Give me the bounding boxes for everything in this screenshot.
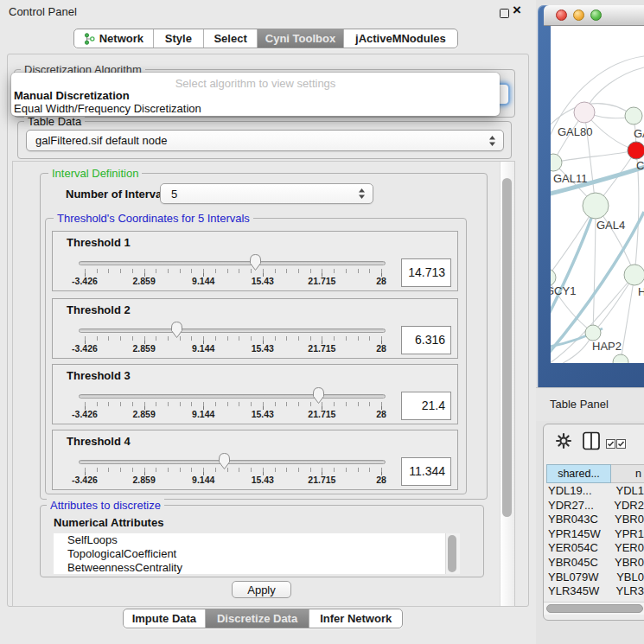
popup-item-equal-width-frequency[interactable]: Equal Width/Frequency Discretization bbox=[14, 102, 201, 115]
apply-button[interactable]: Apply bbox=[232, 581, 291, 598]
threshold-2-slider-thumb[interactable] bbox=[169, 321, 184, 339]
table-row[interactable]: YLR345WYLR3 bbox=[545, 584, 644, 597]
node-red[interactable] bbox=[628, 142, 644, 159]
apply-button-label: Apply bbox=[247, 583, 276, 596]
attribute-list-item[interactable]: BetweennessCentrality bbox=[54, 561, 445, 574]
tab-label: Network bbox=[99, 32, 143, 45]
threshold-2-panel: Threshold 2 -3.4262.8599.14415.4321.7152… bbox=[52, 298, 458, 359]
label-h: H bbox=[638, 285, 644, 298]
screen: Control Panel × Network Style Select bbox=[0, 0, 644, 644]
table-data-group-label: Table Data bbox=[24, 115, 85, 128]
threshold-1-panel: Threshold 1 -3.4262.8599.14415.4321.7152… bbox=[52, 231, 458, 291]
node-bottom[interactable] bbox=[613, 354, 628, 363]
threshold-3-panel: Threshold 3 -3.4262.8599.14415.4321.7152… bbox=[52, 364, 458, 424]
threshold-2-value-field[interactable]: 6.316 bbox=[401, 326, 451, 354]
tab-jactivemnodules[interactable]: jActiveMNodules bbox=[344, 29, 457, 48]
mac-close-button[interactable] bbox=[556, 10, 567, 21]
algorithm-hint-text: Select algorithm to view settings bbox=[11, 77, 500, 90]
float-window-icon[interactable] bbox=[500, 9, 509, 18]
network-graph: GAL80 GA C GAL11 GAL4 GCY1 H HAP2 bbox=[551, 26, 644, 363]
cell-name: YPR1 bbox=[610, 527, 644, 542]
table-header-name[interactable]: n bbox=[611, 464, 644, 483]
tab-infer-network[interactable]: Infer Network bbox=[309, 609, 402, 628]
number-of-intervals-combobox[interactable]: 5 bbox=[160, 183, 373, 204]
attributes-group-label: Attributes to discretize bbox=[47, 499, 164, 512]
node-gcy1[interactable] bbox=[551, 269, 556, 286]
tick-label: 9.144 bbox=[192, 409, 214, 419]
tab-label: Discretize Data bbox=[217, 612, 297, 625]
node-gal80[interactable] bbox=[574, 102, 595, 123]
table-row[interactable]: YPR145WYPR1 bbox=[545, 527, 644, 542]
label-gcy1: GCY1 bbox=[551, 284, 576, 297]
mac-minimize-button[interactable] bbox=[573, 10, 584, 21]
threshold-1-label: Threshold 1 bbox=[67, 236, 131, 249]
numerical-attributes-list[interactable]: SelfLoopsTopologicalCoefficientBetweenne… bbox=[54, 533, 445, 574]
tab-discretize-data[interactable]: Discretize Data bbox=[206, 609, 310, 628]
tab-network[interactable]: Network bbox=[74, 29, 154, 48]
threshold-4-panel: Threshold 4 -3.4262.8599.14415.4321.7152… bbox=[52, 430, 458, 490]
mac-zoom-button[interactable] bbox=[590, 10, 602, 21]
slider-minor-ticks bbox=[85, 336, 383, 341]
threshold-4-slider-track[interactable] bbox=[79, 460, 386, 464]
table-settings-gear-icon[interactable] bbox=[556, 433, 571, 452]
select-all-checkbox-icon[interactable] bbox=[606, 437, 615, 452]
slider-minor-ticks bbox=[85, 468, 383, 472]
threshold-2-slider-track[interactable] bbox=[79, 328, 386, 333]
table-row[interactable]: YBR043CYBR0 bbox=[545, 513, 644, 527]
threshold-2-label: Threshold 2 bbox=[67, 303, 131, 316]
popup-item-manual-discretization[interactable]: Manual Discretization bbox=[14, 89, 130, 102]
node-hap2[interactable] bbox=[585, 325, 601, 341]
threshold-3-value-field[interactable]: 21.4 bbox=[401, 392, 451, 420]
threshold-1-slider-thumb[interactable] bbox=[248, 253, 263, 271]
threshold-3-slider-thumb[interactable] bbox=[311, 386, 326, 405]
threshold-4-slider-thumb[interactable] bbox=[217, 452, 232, 470]
node-gal4[interactable] bbox=[583, 193, 609, 219]
table-row[interactable]: YBR045CYBR0 bbox=[545, 556, 644, 571]
vertical-scrollbar-thumb[interactable] bbox=[502, 178, 512, 517]
slider-minor-ticks bbox=[85, 402, 383, 406]
network-nodes[interactable] bbox=[551, 102, 644, 363]
show-columns-icon[interactable] bbox=[583, 431, 600, 454]
tick-label: 21.715 bbox=[308, 343, 335, 354]
label-hap2: HAP2 bbox=[592, 340, 622, 353]
attributes-scrollbar-thumb[interactable] bbox=[448, 535, 456, 572]
cell-shared-name: YBL079W bbox=[545, 571, 612, 585]
tick-label: 9.144 bbox=[192, 276, 214, 286]
tick-label: -3.426 bbox=[72, 276, 98, 286]
table-row[interactable]: YDR27...YDR2 bbox=[545, 499, 644, 513]
cell-shared-name: YDL19... bbox=[545, 484, 611, 499]
table-row[interactable]: YER054CYER0 bbox=[545, 541, 644, 556]
tab-cyni-toolbox[interactable]: Cyni Toolbox bbox=[258, 29, 344, 48]
close-icon[interactable]: × bbox=[513, 2, 521, 19]
tab-impute-data[interactable]: Impute Data bbox=[124, 609, 206, 628]
table-row[interactable]: YDL19...YDL1 bbox=[545, 484, 644, 499]
threshold-3-slider-track[interactable] bbox=[79, 394, 386, 399]
cell-name: YDL1 bbox=[611, 484, 644, 499]
node-ga[interactable] bbox=[625, 107, 642, 124]
table-horizontal-scrollbar-thumb[interactable] bbox=[546, 604, 643, 613]
node-gal11[interactable] bbox=[551, 154, 562, 171]
threshold-4-value-field[interactable]: 11.344 bbox=[401, 457, 451, 486]
threshold-1-slider-track[interactable] bbox=[79, 261, 386, 265]
table-header-shared-name[interactable]: shared... bbox=[546, 464, 611, 483]
thresholds-group-label: Threshold's Coordinates for 5 Intervals bbox=[54, 212, 253, 225]
table-data-combobox[interactable]: galFiltered.sif default node bbox=[26, 130, 504, 151]
node-h[interactable] bbox=[624, 265, 644, 285]
tab-label: Infer Network bbox=[320, 612, 392, 625]
slider-tick-labels: -3.4262.8599.14415.4321.71528 bbox=[85, 475, 381, 487]
attribute-list-item[interactable]: TopologicalCoefficient bbox=[54, 547, 445, 561]
unselect-all-checkbox-icon[interactable] bbox=[616, 437, 626, 452]
tick-label: -3.426 bbox=[72, 475, 98, 485]
label-gal4: GAL4 bbox=[596, 219, 625, 232]
threshold-1-value-field[interactable]: 14.713 bbox=[401, 258, 451, 287]
tab-style[interactable]: Style bbox=[154, 29, 204, 48]
cell-name: YER0 bbox=[610, 541, 644, 556]
network-canvas[interactable]: GAL80 GA C GAL11 GAL4 GCY1 H HAP2 bbox=[551, 26, 644, 363]
table-row[interactable]: YBL079WYBL0 bbox=[545, 571, 644, 585]
table-data-selected-value: galFiltered.sif default node bbox=[27, 134, 488, 147]
tab-label: Select bbox=[214, 32, 246, 45]
tick-label: 21.715 bbox=[308, 475, 335, 485]
attribute-list-item[interactable]: SelfLoops bbox=[54, 533, 445, 547]
cyni-bottom-tab-bar: Impute Data Discretize Data Infer Networ… bbox=[123, 609, 403, 628]
tab-select[interactable]: Select bbox=[204, 29, 258, 48]
